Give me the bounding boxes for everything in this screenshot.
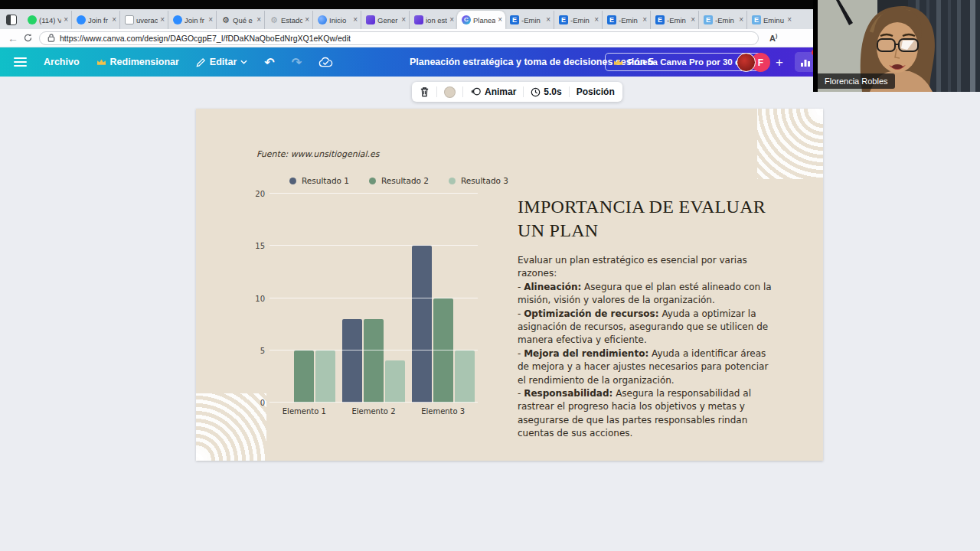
app-purple-icon [414,15,423,24]
bar[interactable] [364,319,384,403]
bar[interactable] [315,350,335,403]
browser-tab-emin[interactable]: E-Emin× [602,11,650,29]
tab-close-icon[interactable]: × [787,16,792,24]
menu-archivo[interactable]: Archivo [44,57,80,67]
tab-close-icon[interactable]: × [160,16,165,24]
slide-body-text[interactable]: Evaluar un plan estratégico es esencial … [518,254,773,441]
tab-close-icon[interactable]: × [739,16,743,24]
tab-close-icon[interactable]: × [691,16,695,24]
redo-icon[interactable]: ↷ [292,55,302,70]
tab-close-icon[interactable]: × [546,16,550,24]
tab-title: Join fr [88,16,109,24]
tab-title: Estado [281,16,302,24]
bar[interactable] [294,350,314,403]
bar-chart[interactable]: 05101520 [270,194,478,403]
lock-icon[interactable] [47,34,55,42]
browser-tab-joinfr[interactable]: Join fr× [71,11,119,29]
browser-tab-uverac[interactable]: uverac× [119,11,168,29]
legend-dot [369,178,376,184]
chevron-down-icon [240,60,247,64]
browser-tab-114v[interactable]: (114) V× [23,11,71,29]
bar-group-3 [408,194,478,403]
browser-toolbar: ← https://www.canva.com/design/DAGOcgpE7… [0,29,813,47]
legend-label: Resultado 1 [302,176,349,185]
arc-decoration-top-right [757,109,823,179]
x-axis-label: Elemento 1 [270,407,339,416]
browser-tab-strip: (114) V×Join fr×uverac×Join fr×⚙Qué e×⚙E… [0,9,813,29]
tab-close-icon[interactable]: × [449,16,454,24]
browser-tab-gener[interactable]: Gener× [361,11,409,29]
position-button[interactable]: Posición [577,86,615,97]
clock-icon [531,87,541,97]
y-axis-tick: 10 [243,295,265,303]
browser-tab-que[interactable]: ⚙Qué e× [216,11,264,29]
bar[interactable] [385,360,405,403]
tab-close-icon[interactable]: × [256,16,261,24]
chart-legend: Resultado 1Resultado 2Resultado 3 [289,176,508,185]
tab-close-icon[interactable]: × [401,16,406,24]
browser-tab-emin[interactable]: E-Emin× [554,11,602,29]
bar[interactable] [433,298,453,403]
avatar[interactable] [737,53,756,72]
tab-close-icon[interactable]: × [642,16,647,24]
tab-close-icon[interactable]: × [353,16,358,24]
add-member-button[interactable]: + [776,55,783,70]
browser-tab-emin[interactable]: E-Emin× [505,11,554,29]
url-text[interactable]: https://www.canva.com/design/DAGOcgpE7_I… [60,34,351,43]
canva-icon: C [462,15,471,24]
tab-title: -Emin [521,16,544,24]
browser-tab-emin[interactable]: E-Emin× [650,11,698,29]
animate-button[interactable]: Animar [470,86,516,97]
zoom-icon [77,15,86,24]
tab-close-icon[interactable]: × [64,16,68,24]
globe-blue-icon [318,15,327,24]
browser-tab-estado[interactable]: ⚙Estado× [264,11,312,29]
cloud-check-icon [318,57,333,67]
eminus-icon: E [559,15,568,24]
eminus-icon: E [655,15,665,24]
legend-item: Resultado 1 [289,176,349,185]
tab-close-icon[interactable]: × [112,16,116,24]
tab-close-icon[interactable]: × [498,16,502,24]
refresh-icon[interactable] [23,33,33,43]
undo-icon[interactable]: ↶ [264,55,274,70]
crown-icon [96,58,106,67]
menu-icon[interactable] [14,57,27,67]
browser-tab-emin[interactable]: E-Emin× [698,11,746,29]
body-line: - Optimización de recursos: Ayuda a opti… [518,308,773,347]
browser-tab-eminu[interactable]: EEminu× [746,11,795,29]
animate-icon [470,87,482,97]
tab-search-icon[interactable] [6,15,17,25]
menu-redimensionar[interactable]: Redimensionar [96,57,179,67]
bar-chart-icon [800,57,811,67]
bar[interactable] [412,246,432,403]
back-icon[interactable]: ← [8,32,18,44]
tab-close-icon[interactable]: × [594,16,599,24]
slide-title[interactable]: IMPORTANCIA DE EVALUAR UN PLAN [518,195,786,243]
whatsapp-icon [28,15,37,24]
browser-tab-planea[interactable]: CPlanea× [457,11,505,29]
tab-close-icon[interactable]: × [305,16,309,24]
body-line: - Mejora del rendimiento: Ayuda a identi… [518,347,773,387]
browser-tab-inicio[interactable]: Inicio× [312,11,361,29]
browser-tab-ionest[interactable]: ion est× [409,11,457,29]
bar-group-1 [270,194,339,403]
trash-icon[interactable] [420,86,430,97]
participant-name: Florencia Robles [818,73,895,89]
background-color-swatch[interactable] [444,86,456,98]
bar[interactable] [455,350,475,403]
gridline [270,298,478,298]
legend-item: Resultado 2 [369,176,429,185]
browser-tab-joinfr[interactable]: Join fr× [168,11,216,29]
tab-close-icon[interactable]: × [208,16,213,24]
read-aloud-icon[interactable]: A) [769,33,777,43]
webcam-overlay: Florencia Robles [813,0,980,92]
slide-canvas[interactable]: Fuente: www.unsitiogenial.es Resultado 1… [196,109,823,461]
gridline [270,193,478,194]
duration-button[interactable]: 5.0s [531,86,561,97]
bar[interactable] [342,319,362,403]
menu-editar[interactable]: Editar [196,57,247,67]
address-bar[interactable]: https://www.canva.com/design/DAGOcgpE7_I… [39,31,759,45]
source-caption[interactable]: Fuente: www.unsitiogenial.es [256,149,380,159]
x-axis-label: Elemento 3 [408,407,478,416]
